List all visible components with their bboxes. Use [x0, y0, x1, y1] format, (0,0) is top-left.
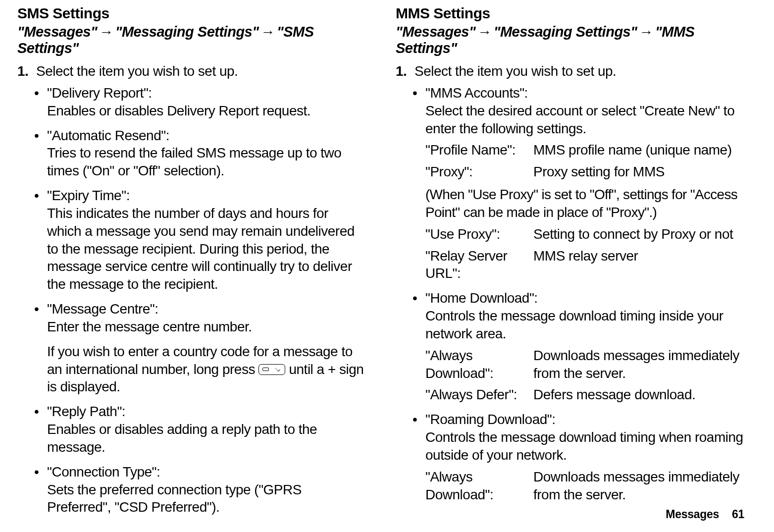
def-value: MMS profile name (unique name) — [533, 141, 744, 159]
arrow-icon: → — [97, 24, 115, 40]
bullet-desc: Controls the message download timing whe… — [425, 428, 744, 464]
mms-step-1: 1. Select the item you wish to set up. — [396, 63, 744, 79]
bullet-title: "MMS Accounts": — [425, 84, 744, 102]
bullet-desc: This indicates the number of days and ho… — [47, 205, 366, 293]
bullet-desc: Enables or disables adding a reply path … — [47, 421, 366, 456]
list-item: "Message Centre": Enter the message cent… — [34, 300, 366, 396]
list-item: "Delivery Report": Enables or disables D… — [34, 84, 366, 120]
bullet-desc: Select the desired account or select "Cr… — [425, 102, 744, 138]
definition-row: "Use Proxy": Setting to connect by Proxy… — [425, 225, 744, 243]
bullet-extra: If you wish to enter a country code for … — [47, 343, 366, 396]
page-spread: SMS Settings "Messages"→"Messaging Setti… — [0, 0, 774, 532]
bullet-title: "Connection Type": — [47, 463, 366, 481]
definition-row: "Relay Server URL": MMS relay server — [425, 247, 744, 283]
list-item: "Connection Type": Sets the preferred co… — [34, 463, 366, 516]
list-item: "Home Download": Controls the message do… — [413, 289, 744, 404]
bullet-desc: Controls the message download timing ins… — [425, 307, 744, 343]
bullet-title: "Automatic Resend": — [47, 127, 366, 145]
def-label: "Relay Server URL": — [425, 247, 533, 283]
step-text: Select the item you wish to set up. — [36, 63, 238, 79]
bullet-title: "Reply Path": — [47, 403, 366, 421]
mms-settings-heading: MMS Settings — [396, 5, 744, 22]
def-value: Proxy setting for MMS — [533, 163, 744, 181]
definition-row: "Always Download": Downloads messages im… — [425, 347, 744, 382]
bullet-desc: Enables or disables Delivery Report requ… — [47, 102, 366, 120]
bullet-desc: Sets the preferred connection type ("GPR… — [47, 481, 366, 517]
bullet-title: "Expiry Time": — [47, 187, 366, 205]
definition-row: "Always Defer": Defers message download. — [425, 386, 744, 404]
step-number: 1. — [396, 63, 414, 79]
list-item: "Reply Path": Enables or disables adding… — [34, 403, 366, 456]
footer-section: Messages — [666, 508, 719, 521]
crumb-messages: "Messages" — [17, 24, 97, 40]
def-value: Setting to connect by Proxy or not — [533, 225, 744, 243]
definition-row: "Proxy": Proxy setting for MMS — [425, 163, 744, 181]
def-label: "Use Proxy": — [425, 225, 533, 243]
list-item: "MMS Accounts": Select the desired accou… — [413, 84, 744, 282]
arrow-icon: → — [475, 24, 494, 40]
list-item: "Roaming Download": Controls the message… — [413, 411, 744, 503]
definition-row: "Profile Name": MMS profile name (unique… — [425, 141, 744, 159]
bullet-title: "Message Centre": — [47, 300, 366, 318]
right-column: MMS Settings "Messages"→"Messaging Setti… — [396, 5, 744, 532]
list-item: "Expiry Time": This indicates the number… — [34, 187, 366, 293]
page-number: 61 — [732, 508, 744, 521]
sms-bullet-list: "Delivery Report": Enables or disables D… — [34, 84, 366, 516]
proxy-note: (When "Use Proxy" is set to "Off", setti… — [425, 186, 744, 221]
arrow-icon: → — [258, 24, 277, 40]
bullet-title: "Home Download": — [425, 289, 744, 307]
mms-breadcrumb: "Messages"→"Messaging Settings"→"MMS Set… — [396, 24, 744, 56]
crumb-messaging-settings: "Messaging Settings" — [115, 24, 259, 40]
def-label: "Always Download": — [425, 468, 533, 504]
definition-row: "Always Download": Downloads messages im… — [425, 468, 744, 504]
bullet-desc: Enter the message centre number. — [47, 318, 366, 336]
step-text: Select the item you wish to set up. — [414, 63, 616, 79]
step-number: 1. — [17, 63, 36, 79]
bullet-title: "Roaming Download": — [425, 411, 744, 428]
def-label: "Always Defer": — [425, 386, 533, 404]
crumb-messaging-settings: "Messaging Settings" — [494, 24, 637, 40]
def-value: Downloads messages immediately from the … — [533, 347, 744, 382]
left-column: SMS Settings "Messages"→"Messaging Setti… — [17, 5, 366, 532]
sms-step-1: 1. Select the item you wish to set up. — [17, 63, 366, 79]
sms-settings-heading: SMS Settings — [17, 5, 366, 22]
page-footer: Messages 61 — [666, 508, 744, 521]
zero-key-icon — [258, 364, 285, 375]
arrow-icon: → — [637, 24, 655, 40]
crumb-messages: "Messages" — [396, 24, 475, 40]
list-item: "Automatic Resend": Tries to resend the … — [34, 127, 366, 180]
def-value: Defers message download. — [533, 386, 744, 404]
mms-bullet-list: "MMS Accounts": Select the desired accou… — [413, 84, 744, 503]
def-label: "Always Download": — [425, 347, 533, 382]
def-label: "Profile Name": — [425, 141, 533, 159]
bullet-desc: Tries to resend the failed SMS message u… — [47, 144, 366, 180]
sms-breadcrumb: "Messages"→"Messaging Settings"→"SMS Set… — [17, 24, 366, 56]
def-value: MMS relay server — [533, 247, 744, 283]
def-value: Downloads messages immediately from the … — [533, 468, 744, 504]
bullet-title: "Delivery Report": — [47, 84, 366, 102]
def-label: "Proxy": — [425, 163, 533, 181]
